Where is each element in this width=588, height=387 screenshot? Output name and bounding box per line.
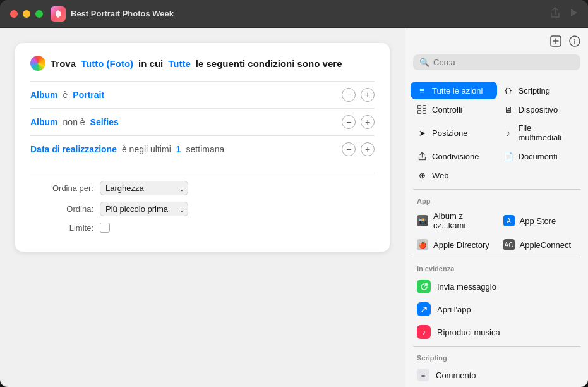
- cat-scripting-label: Scripting: [519, 86, 551, 95]
- apps-section-label: App: [405, 192, 588, 207]
- app-appstore-label: App Store: [520, 216, 556, 226]
- info-button[interactable]: [569, 35, 580, 49]
- add-condition-3[interactable]: +: [361, 142, 375, 156]
- documenti-icon: 📄: [503, 151, 513, 161]
- ordina-select-wrapper: Più piccolo prima Più grande prima Ascen…: [100, 202, 188, 216]
- app-window: Best Portrait Photos Week Trova: [0, 0, 588, 387]
- find-card: Trova Tutto (Foto) in cui Tutte le segue…: [15, 43, 390, 252]
- app-appstore[interactable]: A App Store: [497, 207, 584, 234]
- ordina-per-label: Ordina per:: [30, 183, 93, 193]
- app-appleconnect-label: AppleConnect: [520, 240, 572, 250]
- app-apple-dir-icon: 🍎: [417, 239, 428, 250]
- divider-2: [413, 257, 580, 257]
- invia-icon: [417, 280, 431, 293]
- scripting-section: ≡ Commento Q Mostra risultato !: [405, 364, 588, 387]
- close-button[interactable]: [10, 10, 18, 18]
- cond2-field[interactable]: Album: [30, 117, 58, 127]
- app-album-icon: 📸: [417, 215, 428, 226]
- cond1-field[interactable]: Album: [30, 90, 58, 100]
- cond3-field[interactable]: Data di realizzazione: [30, 144, 117, 154]
- cat-posizione[interactable]: ➤ Posizione: [411, 120, 497, 146]
- cat-all-actions[interactable]: ≡ Tutte le azioni: [411, 82, 497, 99]
- cat-dispositivo[interactable]: 🖥 Dispositivo: [497, 101, 584, 118]
- condivisione-icon: [417, 151, 427, 161]
- cond3-operator: è negli ultimi: [122, 144, 171, 154]
- cond2-value[interactable]: Selfies: [90, 117, 119, 127]
- tutto-foto-link[interactable]: Tutto (Foto): [81, 58, 133, 69]
- highlight-apri-label: Apri l'app: [437, 305, 471, 314]
- cat-file[interactable]: ♪ File multimediali: [497, 120, 584, 146]
- scripting-commento-label: Commento: [436, 371, 476, 380]
- row-actions-1: − +: [342, 88, 375, 102]
- cat-condivisione[interactable]: Condivisione: [411, 147, 497, 165]
- svg-point-3: [574, 39, 575, 40]
- cat-documenti[interactable]: 📄 Documenti: [497, 147, 584, 165]
- cat-dispositivo-label: Dispositivo: [519, 105, 558, 114]
- add-action-button[interactable]: [550, 35, 561, 49]
- cond3-suffix: settimana: [186, 144, 225, 154]
- ordina-per-select[interactable]: Larghezza Altezza Data Nome: [100, 181, 188, 195]
- add-condition-2[interactable]: +: [361, 115, 375, 129]
- cat-documenti-label: Documenti: [519, 152, 558, 161]
- window-title: Best Portrait Photos Week: [71, 9, 174, 18]
- scripting-section-label: Scripting: [405, 349, 588, 364]
- scripting-commento[interactable]: ≡ Commento: [411, 364, 583, 386]
- minimize-button[interactable]: [23, 10, 30, 18]
- web-icon: ⊕: [417, 170, 427, 180]
- highlight-apri[interactable]: Apri l'app: [411, 298, 583, 321]
- titlebar: Best Portrait Photos Week: [0, 0, 588, 28]
- ordina-per-row: Ordina per: Larghezza Altezza Data Nome: [30, 181, 375, 195]
- highlight-invia-label: Invia messaggio: [437, 282, 496, 292]
- limite-label: Limite:: [30, 223, 93, 233]
- row-actions-2: − +: [342, 115, 375, 129]
- svg-rect-7: [423, 111, 426, 114]
- play-button[interactable]: [570, 8, 578, 20]
- remove-condition-3[interactable]: −: [342, 142, 356, 156]
- cat-all-label: Tutte le azioni: [432, 86, 483, 95]
- share-button[interactable]: [550, 7, 560, 21]
- photos-icon: [30, 56, 45, 71]
- remove-condition-2[interactable]: −: [342, 115, 356, 129]
- maximize-button[interactable]: [35, 10, 43, 18]
- app-apple-dir[interactable]: 🍎 Apple Directory: [411, 235, 497, 254]
- search-icon: 🔍: [419, 58, 429, 67]
- app-appleconnect[interactable]: AC AppleConnect: [497, 235, 584, 254]
- posizione-icon: ➤: [417, 128, 427, 138]
- titlebar-actions: [550, 7, 578, 21]
- remove-condition-1[interactable]: −: [342, 88, 356, 102]
- apri-icon: [417, 302, 431, 316]
- app-album[interactable]: 📸 Album z cz...kami: [411, 207, 497, 234]
- condition-row-1: Album è Portrait − +: [30, 81, 375, 108]
- main-panel: Trova Tutto (Foto) in cui Tutte le segue…: [0, 28, 405, 387]
- app-appleconnect-icon: AC: [503, 239, 515, 250]
- cat-scripting[interactable]: {} Scripting: [497, 82, 584, 99]
- cond1-value[interactable]: Portrait: [73, 90, 104, 100]
- divider-1: [413, 189, 580, 190]
- add-condition-1[interactable]: +: [361, 88, 375, 102]
- limite-checkbox[interactable]: [100, 223, 110, 233]
- cat-condivisione-label: Condivisione: [432, 152, 479, 161]
- ordina-per-select-wrapper: Larghezza Altezza Data Nome: [100, 181, 188, 195]
- condition-content-1: Album è Portrait: [30, 90, 342, 100]
- tutte-link[interactable]: Tutte: [168, 58, 191, 69]
- highlight-section: Invia messaggio Apri l'app ♪: [405, 275, 588, 343]
- app-album-label: Album z cz...kami: [433, 211, 491, 230]
- app-appstore-icon: A: [503, 215, 515, 226]
- condition-content-2: Album non è Selfies: [30, 117, 342, 127]
- musica-icon: ♪: [417, 325, 431, 339]
- svg-rect-5: [423, 106, 426, 109]
- cat-file-label: File multimediali: [518, 123, 577, 142]
- category-grid: ≡ Tutte le azioni {} Scripting: [405, 82, 588, 184]
- condition-row-2: Album non è Selfies − +: [30, 108, 375, 135]
- cat-controlli[interactable]: Controlli: [411, 101, 497, 118]
- highlight-musica[interactable]: ♪ Riproduci musica: [411, 321, 583, 343]
- settings-section: Ordina per: Larghezza Altezza Data Nome …: [30, 173, 375, 233]
- ordina-select[interactable]: Più piccolo prima Più grande prima Ascen…: [100, 202, 188, 216]
- cat-web[interactable]: ⊕ Web: [411, 166, 497, 184]
- highlight-invia[interactable]: Invia messaggio: [411, 275, 583, 298]
- cond3-value[interactable]: 1: [176, 144, 181, 154]
- search-input[interactable]: [433, 58, 574, 67]
- ordina-label: Ordina:: [30, 204, 93, 214]
- traffic-lights: [10, 10, 43, 18]
- all-actions-icon: ≡: [417, 85, 427, 95]
